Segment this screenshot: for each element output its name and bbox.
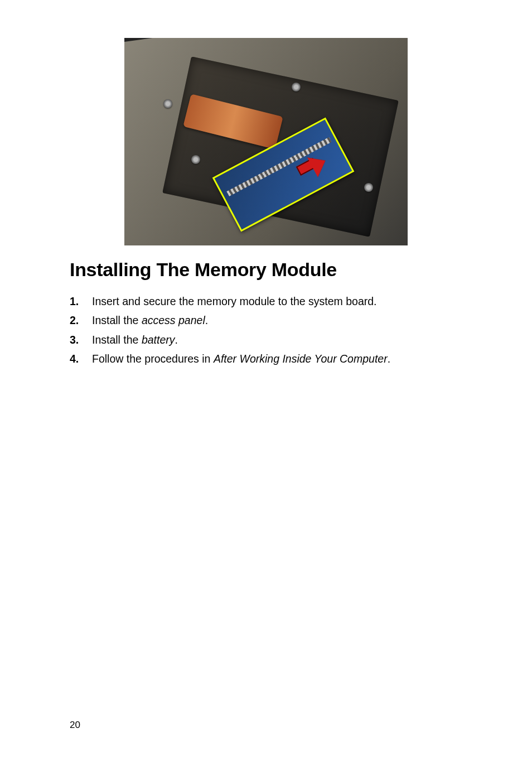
step-number: 2. xyxy=(70,312,92,329)
step-text: Install the access panel. xyxy=(92,312,462,329)
figure-removal-arrow xyxy=(292,149,325,183)
step-text: Install the battery. xyxy=(92,331,462,348)
figure-memory-module-photo xyxy=(124,38,408,245)
step-text-before: Install the xyxy=(92,314,142,326)
figure-screw xyxy=(364,183,373,192)
step-text-after: . xyxy=(388,353,390,365)
page-number: 20 xyxy=(70,720,80,731)
section-heading: Installing The Memory Module xyxy=(70,259,462,281)
step-text-after: . xyxy=(175,334,178,346)
list-item: 3. Install the battery. xyxy=(70,331,462,348)
step-number: 1. xyxy=(70,293,92,310)
step-text: Follow the procedures in After Working I… xyxy=(92,350,462,367)
step-number: 4. xyxy=(70,350,92,367)
step-text-before: Follow the procedures in xyxy=(92,353,214,365)
figure-screw xyxy=(292,83,301,91)
figure-screw xyxy=(191,155,200,164)
step-text-before: Insert and secure the memory module to t… xyxy=(92,295,377,307)
step-text-before: Install the xyxy=(92,334,142,346)
step-text-italic: access panel xyxy=(142,314,205,326)
list-item: 2. Install the access panel. xyxy=(70,312,462,329)
step-text-italic: After Working Inside Your Computer xyxy=(214,353,388,365)
list-item: 1. Insert and secure the memory module t… xyxy=(70,293,462,310)
page: Installing The Memory Module 1. Insert a… xyxy=(0,0,532,762)
step-text-italic: battery xyxy=(142,334,175,346)
step-list: 1. Insert and secure the memory module t… xyxy=(70,293,462,367)
step-text-after: . xyxy=(205,314,208,326)
step-text: Insert and secure the memory module to t… xyxy=(92,293,462,310)
figure-screw xyxy=(163,99,172,108)
list-item: 4. Follow the procedures in After Workin… xyxy=(70,350,462,367)
step-number: 3. xyxy=(70,331,92,348)
